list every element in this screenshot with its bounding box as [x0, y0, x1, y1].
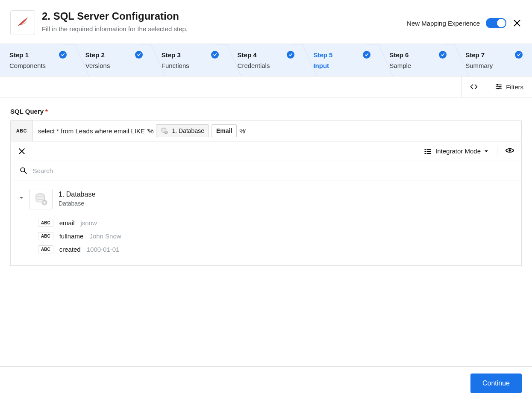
page-subtitle: Fill in the required information for the… — [42, 25, 188, 32]
filters-icon — [495, 83, 503, 91]
database-pill[interactable]: 1. Database — [156, 124, 209, 137]
stepper: Step 1 Components Step 2 Versions Step 3… — [0, 44, 532, 76]
field-value: 1000-01-01 — [87, 246, 120, 253]
tree-node-database[interactable]: 1. Database Database — [19, 189, 513, 209]
step-name: Components — [9, 62, 67, 69]
field-row[interactable]: ABC email jsnow — [38, 219, 513, 227]
step-name: Sample — [389, 62, 447, 69]
svg-rect-7 — [425, 151, 426, 152]
search-icon — [19, 166, 27, 175]
step-number: Step 7 — [465, 51, 485, 59]
toolbar: Filters — [0, 76, 532, 97]
field-name: created — [59, 246, 81, 253]
step-number: Step 5 — [313, 51, 332, 59]
svg-rect-5 — [425, 149, 426, 150]
svg-rect-10 — [427, 153, 431, 154]
svg-rect-2 — [497, 88, 499, 89]
check-icon — [439, 51, 447, 59]
sql-query-input[interactable]: ABC select * from Leads where email LIKE… — [10, 120, 522, 141]
step-6[interactable]: Step 6 Sample — [380, 44, 456, 76]
svg-rect-6 — [427, 149, 431, 150]
code-toggle-button[interactable] — [461, 76, 486, 97]
check-icon — [211, 51, 219, 59]
field-value: jsnow — [81, 219, 97, 226]
abc-prefix-badge: ABC — [11, 121, 33, 141]
check-icon — [59, 51, 67, 59]
page-title: 2. SQL Server Configuration — [42, 10, 188, 23]
step-1[interactable]: Step 1 Components — [0, 44, 76, 76]
code-icon — [470, 82, 478, 91]
query-text-prefix: select * from Leads where email LIKE '% — [38, 127, 153, 135]
node-subtitle: Database — [59, 200, 95, 207]
sql-server-icon — [10, 10, 35, 35]
abc-badge: ABC — [38, 219, 53, 227]
step-name: Versions — [85, 62, 143, 69]
step-5[interactable]: Step 5 Input — [304, 44, 380, 76]
abc-badge: ABC — [38, 232, 53, 240]
step-name: Functions — [162, 62, 219, 69]
check-icon — [363, 51, 370, 59]
svg-point-11 — [508, 149, 511, 152]
mapper-panel: Integrator Mode — [10, 141, 522, 266]
svg-rect-1 — [500, 86, 501, 88]
step-name: Input — [313, 62, 370, 69]
step-number: Step 2 — [85, 51, 105, 59]
search-input[interactable] — [32, 167, 513, 174]
svg-rect-9 — [425, 153, 426, 154]
field-row[interactable]: ABC created 1000-01-01 — [38, 245, 513, 253]
node-title: 1. Database — [59, 191, 95, 198]
svg-point-4 — [165, 131, 168, 134]
preview-button[interactable] — [497, 146, 514, 156]
field-name: email — [59, 219, 75, 226]
close-mapper-icon[interactable] — [18, 147, 26, 156]
required-mark: * — [45, 108, 48, 115]
filters-label: Filters — [506, 83, 523, 91]
new-mapping-toggle[interactable] — [486, 18, 506, 28]
chevron-down-icon[interactable] — [19, 189, 24, 200]
email-pill[interactable]: Email — [212, 124, 237, 137]
sql-query-label: SQL Query * — [10, 108, 522, 115]
step-number: Step 3 — [162, 51, 181, 59]
step-3[interactable]: Step 3 Functions — [152, 44, 228, 76]
step-number: Step 6 — [389, 51, 409, 59]
step-7[interactable]: Step 7 Summary — [456, 44, 532, 76]
svg-rect-0 — [497, 84, 498, 85]
check-icon — [135, 51, 143, 59]
step-name: Credentials — [238, 62, 295, 69]
step-2[interactable]: Step 2 Versions — [76, 44, 152, 76]
svg-point-12 — [21, 168, 25, 172]
abc-badge: ABC — [38, 245, 53, 253]
svg-rect-8 — [427, 151, 431, 152]
check-icon — [515, 51, 523, 59]
step-4[interactable]: Step 4 Credentials — [228, 44, 304, 76]
toggle-label: New Mapping Experience — [407, 20, 480, 27]
close-icon[interactable] — [512, 18, 522, 28]
field-name: fullname — [59, 232, 84, 240]
step-name: Summary — [465, 62, 523, 69]
field-row[interactable]: ABC fullname John Snow — [38, 232, 513, 240]
field-value: John Snow — [89, 232, 121, 240]
database-icon — [161, 127, 168, 135]
integrator-mode-select[interactable]: Integrator Mode — [423, 147, 488, 156]
chevron-down-icon — [484, 149, 488, 153]
step-number: Step 4 — [238, 51, 257, 59]
filters-button[interactable]: Filters — [486, 76, 532, 97]
eye-icon — [505, 146, 514, 155]
check-icon — [287, 51, 294, 59]
query-text-suffix: %' — [239, 127, 246, 135]
list-icon — [423, 147, 432, 156]
database-node-icon — [29, 189, 53, 209]
step-number: Step 1 — [9, 51, 29, 59]
